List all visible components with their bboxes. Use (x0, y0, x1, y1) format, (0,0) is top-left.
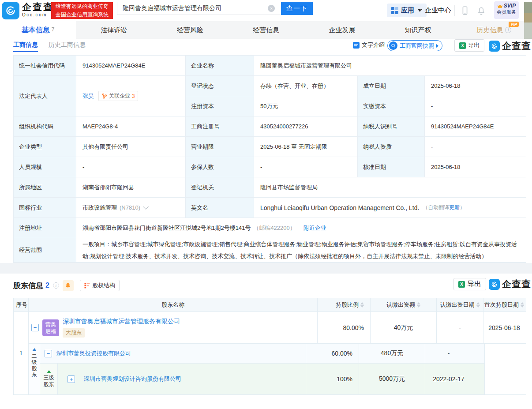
info-icon[interactable]: i (505, 27, 511, 33)
subtab-history-registration-info[interactable]: 历史工商信息 (49, 39, 86, 52)
shareholder-name-link[interactable]: 深圳市蕾奥投资控股有限公司 (56, 349, 131, 357)
monitor-bell-button[interactable] (63, 280, 74, 291)
qcc-watermark-logo: 企查查 (489, 40, 531, 52)
tab-history-info[interactable]: VIP 历史信息 i (456, 21, 532, 39)
apps-menu-button[interactable]: 应用 (387, 4, 427, 17)
field-label: 登记状态 (186, 76, 254, 96)
chevron-down-icon[interactable] (143, 204, 149, 210)
tab-business-info[interactable]: 经营信息 (228, 21, 304, 39)
legal-rep-link[interactable]: 张昊 (82, 92, 94, 100)
field-label: 核准日期 (358, 157, 425, 177)
column-header-seq: 序号 (14, 298, 29, 311)
section-divider (0, 263, 532, 274)
amount-value: 5000万元 (359, 364, 425, 394)
establish-date-value: 2025-06-18 (425, 76, 526, 96)
field-label: 组织机构代码 (14, 116, 76, 137)
column-header-pay-date[interactable]: 认缴出资日期 (437, 298, 483, 311)
excel-icon: X (458, 281, 465, 288)
tab-basic-info[interactable]: 基本信息 7 (0, 21, 76, 39)
ratio-value: 100% (306, 364, 359, 394)
shareholder-group-row: 1 − 蕾奥 启福 深圳市蕾奥启福城市运营管理服务有限公司 大股东 80.00%… (14, 311, 526, 394)
main-nav-tabs: 基本信息 7 法律诉讼 经营风险 经营信息 企业发展 知识产权 VIP 历史信息… (0, 21, 532, 39)
amount-value: 40万元 (371, 312, 437, 343)
collapse-button[interactable]: − (31, 324, 39, 331)
field-label: 实缴资本 (358, 96, 425, 116)
first-date-merged-cell (484, 344, 526, 394)
registration-info-table: 统一社会信用代码 91430524MAEP24G84E 企业名称 隆回蕾奥启福城… (13, 55, 526, 263)
registration-no-value: 430524000277226 (254, 116, 358, 137)
sort-icon (521, 302, 524, 308)
tab-count: 7 (52, 26, 55, 33)
brand-slogan: 缔造有远见的商业传奇 全国企业信用查询系统 (51, 2, 113, 19)
taxpayer-id-value: 91430524MAEP24G84E (425, 116, 526, 137)
address-value: 湖南省邵阳市隆回县花门街道新隆社区江悦城2号地1期2号楼141号 （邮编4222… (76, 218, 526, 238)
field-label: 英文名 (186, 198, 254, 218)
equity-structure-button[interactable]: 股权结构 (80, 280, 120, 291)
qcc-watermark-icon (489, 41, 500, 52)
company-type-value: 其他有限责任公司 (76, 137, 186, 157)
enterprise-center-link[interactable]: 企业中心 (425, 6, 451, 15)
column-header-ratio[interactable]: 持股比例 (318, 298, 371, 311)
staff-size-value: - (76, 157, 186, 177)
field-label: 注册地址 (14, 218, 76, 238)
sort-icon (360, 302, 364, 308)
qcc-watermark-logo: 企查查 (489, 278, 531, 290)
crown-icon (497, 4, 503, 8)
credit-code-value: 91430524MAEP24G84E (76, 56, 186, 76)
svip-member-badge[interactable]: SVIP 会员服务 (494, 1, 519, 19)
shareholder-row: 三级股东 + 深圳市蕾奥规划设计咨询股份有限公司 100% 5000万元 202… (40, 364, 484, 394)
top-bar: 企查查 Qcc.com 缔造有远见的商业传奇 全国企业信用查询系统 × 查一下 … (0, 0, 532, 21)
shareholder-avatar: 蕾奥 启福 (42, 319, 59, 336)
tab-legal-litigation[interactable]: 法律诉讼 (76, 21, 152, 39)
first-date-value: 2025-06-18 (483, 312, 525, 343)
major-shareholder-badge: 大股东 (63, 328, 85, 338)
nearby-companies-link[interactable]: 附近企业 (303, 224, 326, 232)
collapse-button[interactable]: − (45, 350, 52, 357)
search-button[interactable]: 查一下 (281, 2, 313, 15)
english-name-value: Longhui Leiaoqifu Urban Operation Manage… (254, 198, 526, 218)
column-header-amount[interactable]: 认缴出资额 (371, 298, 437, 311)
qcc-logo-text[interactable]: 企查查 Qcc.com (22, 2, 54, 17)
row-seq: 1 (14, 312, 29, 394)
expand-button[interactable]: + (67, 375, 75, 383)
qcc-spiral-icon (4, 4, 17, 17)
business-scope-value: 一般项目：城乡市容管理;城市绿化管理;市政设施管理;销售代理;商业综合体管理服务… (76, 238, 526, 263)
export-button[interactable]: X 导出 (454, 39, 484, 52)
subtab-registration-info[interactable]: 工商信息 (13, 39, 38, 52)
info-icon[interactable]: i (53, 282, 59, 289)
field-label: 纳税人资质 (358, 137, 425, 157)
mobile-app-icon[interactable] (460, 5, 470, 16)
clear-search-icon[interactable]: × (268, 5, 275, 12)
translate-update-link[interactable]: 更新 (449, 204, 460, 211)
tab-operation-risk[interactable]: 经营风险 (152, 21, 228, 39)
arrow-right-icon (436, 44, 438, 48)
pay-date-value: 2022-02-17 (425, 364, 472, 394)
shareholder-name-link[interactable]: 深圳市蕾奥规划设计咨询股份有限公司 (84, 375, 181, 383)
authority-value: 隆回县市场监督管理局 (254, 177, 526, 198)
related-companies-badge[interactable]: 关联企业 3 (98, 91, 138, 101)
level-up-icon (47, 370, 51, 373)
industry-value: 市政设施管理 (N7810) (76, 198, 186, 218)
export-button[interactable]: X 导出 (453, 278, 486, 290)
search-input[interactable] (117, 2, 281, 15)
tab-intellectual-property[interactable]: 知识产权 (380, 21, 456, 39)
search-bar: × 查一下 (117, 2, 313, 15)
amount-value: 480万元 (359, 344, 425, 363)
pay-date-value: - (437, 312, 483, 343)
notification-bell-icon[interactable] (476, 5, 486, 16)
field-label: 企业名称 (186, 56, 254, 76)
shareholder-name-link[interactable]: 深圳市蕾奥启福城市运营管理服务有限公司 (63, 318, 180, 325)
shareholder-row: − 深圳市蕾奥投资控股有限公司 60.00% 480万元 - (40, 344, 484, 364)
tab-company-development[interactable]: 企业发展 (304, 21, 380, 39)
text-intro-button[interactable]: 文字介绍 (353, 41, 385, 49)
field-label: 人员规模 (14, 157, 76, 177)
pay-date-value: - (425, 344, 472, 363)
qcc-logo-icon[interactable] (2, 2, 19, 19)
field-label: 营业期限 (186, 137, 254, 157)
insured-count-value: - (254, 157, 358, 177)
field-label: 工商注册号 (186, 116, 254, 137)
shareholders-table-header: 序号 股东名称 持股比例 认缴出资额 认缴出资日期 首次持股日期 (14, 298, 526, 311)
divider (454, 5, 455, 16)
column-header-first-date[interactable]: 首次持股日期 (483, 298, 525, 311)
official-snapshot-button[interactable]: 工商官网快照 (387, 40, 442, 51)
